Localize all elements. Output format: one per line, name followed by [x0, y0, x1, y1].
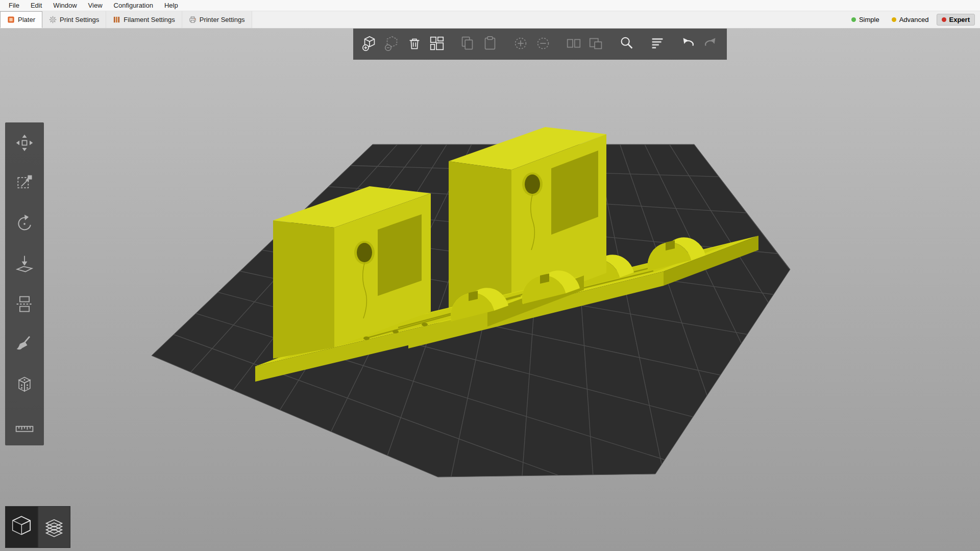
simple-mode-dot-icon [851, 17, 856, 22]
split-to-parts-button[interactable] [585, 30, 607, 57]
rotate-icon [14, 213, 35, 234]
mode-label: Simple [859, 16, 879, 23]
tab-label: Filament Settings [124, 16, 175, 23]
copy-icon [459, 35, 476, 52]
tab-bar: Plater Print Settings Filament Settings [0, 11, 980, 29]
delete-all-button[interactable] [403, 30, 426, 57]
view-mode-buttons [5, 506, 70, 548]
mode-advanced[interactable]: Advanced [887, 14, 934, 25]
add-object-icon [361, 35, 378, 52]
redo-button[interactable] [699, 30, 722, 57]
brush-icon [14, 334, 35, 355]
split-to-objects-button[interactable] [562, 30, 585, 57]
delete-object-icon [383, 35, 401, 52]
tab-label: Plater [18, 16, 35, 23]
menu-configuration[interactable]: Configuration [108, 2, 159, 9]
top-toolbar [353, 27, 727, 60]
menu-bar: File Edit Window View Configuration Help [0, 0, 980, 11]
delete-object-button[interactable] [381, 30, 403, 57]
scale-icon [14, 173, 35, 193]
variable-layer-height-icon [649, 35, 666, 52]
tab-plater[interactable]: Plater [0, 11, 42, 28]
mode-expert[interactable]: Expert [937, 14, 975, 26]
menu-view[interactable]: View [83, 2, 108, 9]
split-to-parts-icon [587, 35, 605, 52]
trash-icon [406, 35, 423, 52]
left-toolbar [5, 122, 44, 445]
split-to-objects-icon [565, 35, 582, 52]
mode-simple[interactable]: Simple [847, 14, 884, 25]
menu-edit[interactable]: Edit [25, 2, 47, 9]
printer-icon [189, 16, 197, 23]
measure-tool-button[interactable] [11, 412, 38, 438]
expert-mode-dot-icon [942, 17, 946, 22]
mode-selector: Simple Advanced Expert [847, 11, 980, 28]
remove-instance-icon [534, 35, 552, 52]
copy-button[interactable] [456, 30, 479, 57]
cut-icon [14, 294, 35, 314]
search-button[interactable] [616, 30, 638, 57]
advanced-mode-dot-icon [892, 17, 896, 22]
cut-tool-button[interactable] [11, 291, 38, 317]
seam-tool-button[interactable] [11, 371, 38, 398]
tab-filament-settings[interactable]: Filament Settings [106, 11, 182, 28]
undo-icon [679, 35, 697, 52]
search-icon [618, 35, 635, 52]
add-object-button[interactable] [358, 30, 381, 57]
add-instance-button[interactable] [509, 30, 532, 57]
tab-label: Printer Settings [200, 16, 245, 23]
layers-stack-icon [40, 513, 68, 541]
tab-label: Print Settings [60, 16, 99, 23]
dice-icon [14, 374, 35, 395]
paste-button[interactable] [479, 30, 501, 57]
mode-label: Expert [949, 16, 970, 23]
redo-icon [702, 35, 719, 52]
3d-editor-view-button[interactable] [5, 506, 38, 548]
scale-tool-button[interactable] [11, 170, 38, 196]
filament-icon [113, 16, 120, 23]
layers-preview-button[interactable] [38, 506, 70, 548]
arrange-button[interactable] [426, 30, 448, 57]
menu-window[interactable]: Window [47, 2, 82, 9]
place-on-face-tool-button[interactable] [11, 251, 38, 277]
add-instance-icon [512, 35, 529, 52]
paint-tool-button[interactable] [11, 331, 38, 358]
plater-icon [7, 16, 15, 23]
menu-file[interactable]: File [3, 2, 25, 9]
rotate-tool-button[interactable] [11, 210, 38, 237]
arrange-icon [428, 35, 446, 52]
menu-help[interactable]: Help [159, 2, 184, 9]
undo-button[interactable] [677, 30, 699, 57]
tab-printer-settings[interactable]: Printer Settings [182, 11, 252, 28]
place-on-face-icon [14, 254, 35, 274]
move-tool-button[interactable] [11, 130, 38, 156]
mode-label: Advanced [899, 16, 929, 23]
cube-icon [7, 513, 36, 541]
paste-icon [481, 35, 499, 52]
viewport-3d[interactable] [0, 0, 980, 551]
ruler-icon [14, 415, 35, 435]
gear-icon [49, 16, 57, 23]
variable-layer-height-button[interactable] [646, 30, 669, 57]
move-icon [14, 133, 35, 153]
remove-instance-button[interactable] [532, 30, 554, 57]
tab-print-settings[interactable]: Print Settings [42, 11, 106, 28]
